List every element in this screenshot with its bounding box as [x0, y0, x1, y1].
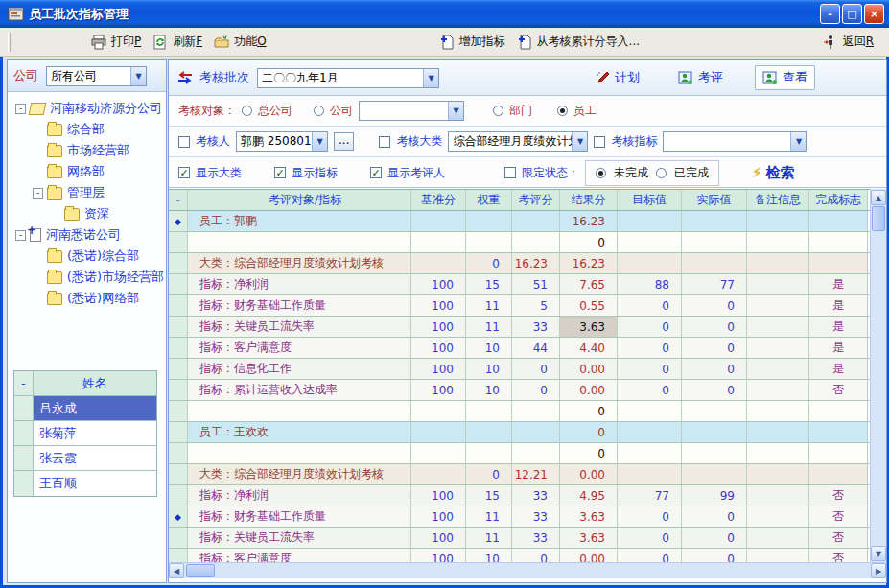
grid-row-indicator[interactable]: 指标：客户满意度1001000.0000否	[169, 549, 870, 562]
grid-cell-base[interactable]: 100	[411, 506, 466, 527]
grid-cell-score[interactable]	[512, 443, 560, 463]
grid-cell-note[interactable]	[747, 359, 809, 379]
grid-cell-flag[interactable]	[809, 401, 868, 421]
grid-cell-flag[interactable]: 是	[809, 359, 868, 379]
grid-cell-target[interactable]: 77	[618, 485, 682, 506]
grid-marker-cell[interactable]	[169, 528, 188, 548]
grid-cell-weight[interactable]	[466, 211, 512, 231]
review-button[interactable]: 考评	[671, 66, 730, 89]
grid-cell-score[interactable]	[512, 211, 560, 231]
grid-cell-note[interactable]	[747, 549, 809, 562]
tree-item-网络部[interactable]: 网络部	[10, 161, 164, 182]
tree-item-河南移动济源分公司[interactable]: -河南移动济源分公司	[10, 98, 164, 119]
grid-cell-actual[interactable]: 0	[682, 338, 747, 358]
grid-cell-name[interactable]: 指标：关键员工流失率	[188, 528, 411, 548]
grid-cell-actual[interactable]: 0	[682, 549, 747, 562]
name-row[interactable]: 吕永成	[14, 396, 156, 421]
grid-cell-name[interactable]: 指标：财务基础工作质量	[188, 295, 411, 316]
grid-marker-cell[interactable]	[169, 338, 188, 358]
plan-button[interactable]: 计划	[589, 66, 646, 89]
grid-marker-cell[interactable]	[169, 380, 188, 400]
grid-cell-score[interactable]	[512, 422, 560, 442]
grid-cell-flag[interactable]	[809, 253, 868, 273]
grid-cell-target[interactable]	[618, 253, 682, 273]
minimize-button[interactable]: -	[820, 4, 840, 24]
grid-marker-cell[interactable]	[169, 253, 188, 273]
grid-marker-cell[interactable]	[169, 295, 188, 316]
grid-marker-cell[interactable]	[169, 464, 188, 484]
grid-cell-actual[interactable]	[682, 253, 747, 273]
chevron-down-icon[interactable]: ▼	[790, 132, 806, 151]
tree-expander-icon[interactable]: -	[33, 188, 43, 199]
grid-cell-flag[interactable]: 否	[809, 506, 868, 527]
grid-cell-actual[interactable]	[682, 211, 747, 231]
grid-cell-actual[interactable]: 0	[682, 380, 747, 400]
tree-item-(悉诺)综合部[interactable]: (悉诺)综合部	[10, 246, 164, 267]
grid-cell-base[interactable]	[411, 443, 466, 463]
grid-cell-base[interactable]: 100	[411, 274, 466, 294]
grid-row-indicator[interactable]: 指标：关键员工流失率10011333.6300是	[169, 317, 870, 338]
grid-cell-note[interactable]	[747, 528, 809, 548]
tree-item-(悉诺)市场经营部[interactable]: (悉诺)市场经营部	[10, 267, 164, 288]
grid-cell-target[interactable]: 0	[618, 317, 682, 337]
grid-cell-note[interactable]	[747, 401, 809, 421]
grid-cell-score[interactable]: 44	[512, 338, 560, 358]
grid-cell-note[interactable]	[747, 443, 809, 463]
grid-cell-flag[interactable]	[809, 211, 868, 231]
grid-cell-base[interactable]	[411, 464, 466, 484]
grid-cell-note[interactable]	[747, 338, 809, 358]
grid-cell-flag[interactable]	[809, 232, 868, 252]
indicator-checkbox[interactable]	[594, 136, 605, 148]
grid-cell-name[interactable]: 指标：信息化工作	[188, 359, 411, 379]
grid-cell-actual[interactable]: 0	[682, 359, 747, 379]
grid-cell-flag[interactable]: 否	[809, 485, 868, 506]
grid-cell-note[interactable]	[747, 295, 809, 316]
grid-cell-target[interactable]	[618, 443, 682, 463]
grid-cell-note[interactable]	[747, 253, 809, 273]
tree-item-管理层[interactable]: -管理层	[10, 182, 164, 203]
grid-row-indicator[interactable]: 指标：客户满意度10010444.4000是	[169, 338, 870, 359]
grid-cell-weight[interactable]: 15	[466, 485, 512, 506]
grid-cell-note[interactable]	[747, 422, 809, 442]
grid-cell-weight[interactable]: 11	[466, 317, 512, 337]
horizontal-scroll-thumb[interactable]	[186, 564, 215, 577]
grid-cell-weight[interactable]: 0	[466, 464, 512, 484]
show-indicator-checkbox[interactable]: ✓	[274, 167, 286, 178]
grid-cell-weight[interactable]	[466, 232, 512, 252]
grid-cell-score[interactable]: 51	[512, 274, 560, 294]
grid-cell-base[interactable]: 100	[411, 295, 466, 316]
grid-row-indicator[interactable]: ◆指标：财务基础工作质量10011333.6300否	[169, 506, 870, 528]
radio-unfinished[interactable]	[596, 168, 606, 178]
grid-marker-cell[interactable]	[169, 401, 188, 421]
examiner-checkbox[interactable]	[178, 136, 190, 148]
grid-row-indicator[interactable]: 指标：关键员工流失率10011333.6300否	[169, 528, 870, 549]
grid-cell-base[interactable]: 100	[411, 485, 466, 506]
chevron-down-icon[interactable]: ▼	[423, 69, 438, 87]
grid-cell-weight[interactable]: 10	[466, 549, 512, 562]
grid-cell-name[interactable]: 指标：净利润	[188, 274, 411, 294]
grid-cell-note[interactable]	[747, 485, 809, 506]
grid-cell-score[interactable]: 33	[512, 317, 560, 337]
grid-cell-weight[interactable]: 11	[466, 528, 512, 548]
grid-cell-result[interactable]: 3.63	[560, 317, 618, 337]
grid-cell-weight[interactable]: 11	[466, 295, 512, 316]
grid-cell-name[interactable]: 员工：王欢欢	[188, 422, 411, 442]
horizontal-scrollbar[interactable]: ◀ ▶	[169, 562, 886, 578]
grid-cell-note[interactable]	[747, 211, 809, 231]
grid-cell-base[interactable]	[411, 401, 466, 421]
grid-cell-actual[interactable]: 0	[682, 506, 747, 527]
grid-cell-actual[interactable]: 0	[682, 317, 747, 337]
grid-cell-weight[interactable]	[466, 401, 512, 421]
grid-marker-cell[interactable]	[169, 485, 188, 506]
grid-cell-flag[interactable]: 否	[809, 528, 868, 548]
chevron-down-icon[interactable]: ▼	[312, 132, 327, 151]
grid-cell-score[interactable]: 33	[512, 506, 560, 527]
grid-cell-actual[interactable]	[682, 401, 747, 421]
grid-marker-cell[interactable]	[169, 443, 188, 463]
grid-cell-flag[interactable]: 否	[809, 549, 868, 562]
grid-cell-name[interactable]: 指标：客户满意度	[188, 549, 411, 562]
grid-cell-name[interactable]: 指标：关键员工流失率	[188, 317, 411, 337]
grid-cell-weight[interactable]	[466, 443, 512, 463]
grid-cell-weight[interactable]: 10	[466, 359, 512, 379]
grid-cell-result[interactable]: 7.65	[560, 274, 618, 294]
